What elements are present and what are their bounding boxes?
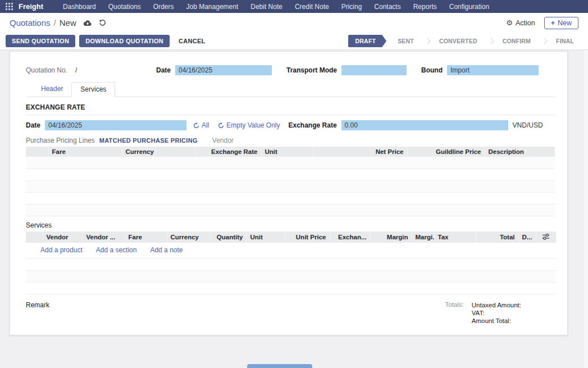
- purchase-pricing-row: Purchase Pricing Lines MATCHED PURCHASE …: [26, 137, 555, 144]
- table-row: [26, 180, 555, 192]
- totals-lines: Untaxed Amount: VAT: Amount Total:: [472, 301, 521, 325]
- refresh-empty-value-button[interactable]: Empty Value Only: [218, 121, 280, 129]
- control-panel: Quotations / New ⚙ Action + New: [0, 13, 588, 33]
- column-header[interactable]: D...: [518, 231, 536, 243]
- send-quotation-button[interactable]: SEND QUOTATION: [6, 35, 75, 47]
- menu-item[interactable]: Debit Note: [244, 0, 289, 13]
- breadcrumb: Quotations / New: [10, 18, 106, 28]
- menu-item[interactable]: Reports: [407, 0, 443, 13]
- purchase-pricing-table: FareCurrencyExchange RateUnitNet PriceGu…: [26, 147, 555, 216]
- column-header[interactable]: Exchange Rate: [195, 147, 261, 157]
- table-row: [26, 192, 555, 204]
- column-header[interactable]: Margin: [370, 231, 412, 243]
- statusbar-buttons: SEND QUOTATION DOWNLOAD QUOTATION CANCEL: [6, 35, 211, 47]
- status-step[interactable]: CONFIRM: [485, 33, 538, 49]
- action-menu-button[interactable]: ⚙ Action: [506, 19, 535, 27]
- menu-item[interactable]: Dashboard: [57, 0, 102, 13]
- column-header[interactable]: Tax: [434, 231, 476, 243]
- table-row: [26, 282, 556, 294]
- quotation-no-value: /: [75, 66, 77, 74]
- menu-item[interactable]: Configuration: [443, 0, 495, 13]
- column-header[interactable]: Currency: [122, 147, 195, 157]
- table-row: [26, 169, 555, 180]
- column-header[interactable]: Total: [476, 231, 518, 243]
- menu-item[interactable]: Job Management: [180, 0, 245, 13]
- cancel-button[interactable]: CANCEL: [174, 35, 211, 47]
- purchase-pricing-lines-label: Purchase Pricing Lines: [26, 137, 95, 144]
- services-table: VendorVendor ...FareCurrencyQuantityUnit…: [26, 231, 556, 294]
- control-panel-right: ⚙ Action + New: [506, 17, 578, 29]
- column-header[interactable]: Currency: [167, 231, 210, 243]
- column-header[interactable]: Exchan...: [330, 231, 370, 243]
- optional-columns-sliders-icon[interactable]: [542, 233, 550, 240]
- cloud-save-indicator-icon[interactable]: [83, 20, 92, 26]
- download-quotation-button[interactable]: DOWNLOAD QUOTATION: [79, 35, 170, 47]
- refresh-all-button[interactable]: All: [193, 121, 209, 129]
- main-menu: DashboardQuotationsOrdersJob ManagementD…: [57, 0, 495, 13]
- vat-label: VAT:: [472, 309, 521, 317]
- column-header[interactable]: Unit Price: [285, 231, 330, 243]
- column-header[interactable]: Margi...: [412, 231, 434, 243]
- exchange-date-input[interactable]: 04/16/2025: [45, 120, 186, 130]
- table-row: [26, 157, 555, 169]
- status-pipeline: DRAFTSENTCONVERTEDCONFIRMFINAL: [348, 33, 581, 49]
- discard-undo-icon[interactable]: [99, 19, 106, 26]
- services-table-header: VendorVendor ...FareCurrencyQuantityUnit…: [26, 231, 556, 243]
- column-header[interactable]: Fare: [48, 147, 122, 157]
- column-header[interactable]: Fare: [125, 231, 167, 243]
- vertical-scrollbar-track[interactable]: [583, 50, 588, 368]
- status-step[interactable]: DRAFT: [348, 35, 387, 47]
- horizontal-scrollbar-thumb[interactable]: [247, 364, 312, 368]
- bound-label: Bound: [421, 66, 443, 74]
- breadcrumb-current: New: [60, 18, 76, 28]
- quotation-no-label: Quotation No.: [26, 66, 67, 74]
- status-step[interactable]: SENT: [390, 33, 421, 49]
- matched-purchase-pricing-button[interactable]: MATCHED PURCHASE PRICING: [99, 137, 198, 144]
- menu-item[interactable]: Pricing: [335, 0, 368, 13]
- app-title[interactable]: Freight: [19, 2, 43, 11]
- add-a-product-link[interactable]: Add a product: [40, 246, 83, 254]
- new-button-label: New: [558, 19, 572, 27]
- refresh-all-icon: [193, 122, 199, 129]
- column-header[interactable]: Vendor ...: [83, 231, 125, 243]
- column-header[interactable]: Net Price: [313, 147, 407, 157]
- exchange-date-label: Date: [26, 121, 40, 129]
- apps-grid-icon[interactable]: [5, 3, 13, 11]
- add-line-row: Add a product Add a section Add a note: [26, 243, 556, 259]
- exchange-rate-section-title: EXCHANGE RATE: [26, 103, 555, 111]
- quotation-no-field: Quotation No. /: [26, 66, 156, 74]
- column-header[interactable]: Guildline Price: [407, 147, 485, 157]
- bound-input[interactable]: Import: [447, 65, 539, 75]
- new-button[interactable]: + New: [544, 17, 578, 29]
- plus-icon: +: [551, 19, 555, 27]
- date-input[interactable]: 04/16/2025: [175, 65, 272, 75]
- sheet-footer: Remark Totals: Untaxed Amount: VAT: Amou…: [26, 301, 555, 335]
- services-label: Services: [26, 221, 555, 229]
- menu-item[interactable]: Contacts: [368, 0, 407, 13]
- column-header[interactable]: Quantity: [210, 231, 247, 243]
- column-header[interactable]: Unit: [247, 231, 285, 243]
- add-links: Add a product Add a section Add a note: [26, 243, 556, 258]
- tab-header[interactable]: Header: [33, 82, 71, 97]
- amount-total-label: Amount Total:: [472, 317, 521, 325]
- status-step[interactable]: FINAL: [538, 33, 581, 49]
- exchange-rate-label: Exchange Rate: [289, 121, 337, 129]
- menu-item[interactable]: Quotations: [102, 0, 147, 13]
- menu-item[interactable]: Orders: [147, 0, 180, 13]
- vendor-label: Vendor: [212, 137, 234, 144]
- untaxed-amount-label: Untaxed Amount:: [472, 301, 521, 309]
- currency-pair-label: VND/USD: [513, 121, 543, 129]
- transport-mode-input[interactable]: [341, 65, 407, 75]
- column-header[interactable]: Vendor: [43, 231, 83, 243]
- menu-item[interactable]: Credit Note: [289, 0, 335, 13]
- column-header[interactable]: Unit: [261, 147, 313, 157]
- breadcrumb-quotations-link[interactable]: Quotations: [10, 18, 51, 28]
- totals-label: Totals:: [445, 301, 464, 325]
- column-header[interactable]: Description: [485, 147, 555, 157]
- exchange-rate-input[interactable]: 0.00: [341, 120, 508, 130]
- status-step[interactable]: CONVERTED: [421, 33, 485, 49]
- add-a-section-link[interactable]: Add a section: [96, 246, 137, 254]
- services-table-body: Add a product Add a section Add a note: [26, 243, 556, 294]
- add-a-note-link[interactable]: Add a note: [150, 246, 183, 254]
- tab-services[interactable]: Services: [71, 82, 115, 97]
